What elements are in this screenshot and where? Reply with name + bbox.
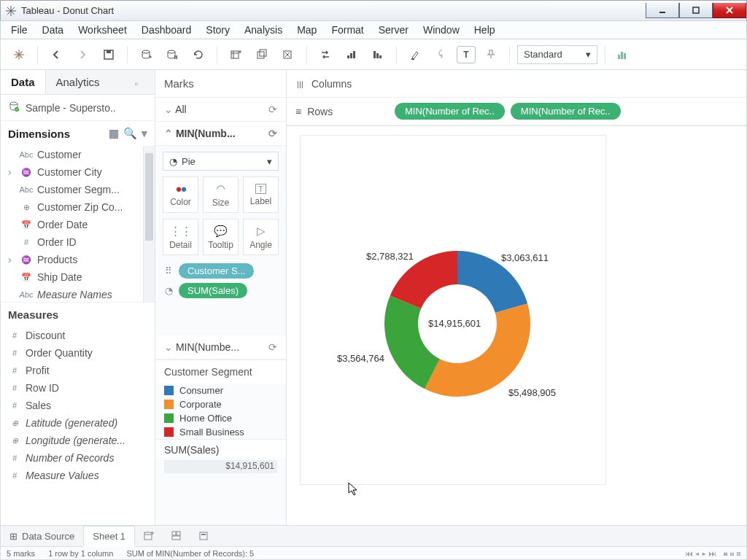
refresh-button[interactable]	[187, 44, 209, 66]
window-close-button[interactable]	[713, 3, 746, 18]
angle-icon: ▷	[257, 225, 266, 238]
search-icon[interactable]: 🔍	[123, 127, 137, 140]
marks-angle-button[interactable]: ▷Angle	[243, 219, 279, 255]
menu-map[interactable]: Map	[291, 22, 322, 38]
clear-button[interactable]	[277, 44, 299, 66]
menu-dashboard[interactable]: Dashboard	[136, 22, 198, 38]
field-row[interactable]: AbcMeasure Names	[1, 286, 143, 302]
shelf-pill[interactable]: MIN(Number of Rec..	[511, 103, 621, 120]
status-nav-icons[interactable]: ⏮ ◀ ▶ ⏭ ▦ ▤ ▥	[685, 549, 740, 558]
field-row[interactable]: #Order ID	[1, 233, 143, 251]
menu-window[interactable]: Window	[417, 22, 465, 38]
marks-color-button[interactable]: ●●Color	[163, 176, 198, 213]
save-button[interactable]	[98, 44, 120, 66]
sort-asc-button[interactable]	[341, 44, 363, 66]
scroll-thumb[interactable]	[145, 153, 153, 241]
field-row[interactable]: ⊕Longitude (generate...	[1, 432, 155, 449]
sort-desc-button[interactable]	[367, 44, 389, 66]
swap-button[interactable]	[314, 44, 336, 66]
columns-shelf[interactable]: ⫼Columns	[287, 70, 746, 98]
tab-datasource[interactable]: ⊞Data Source	[1, 526, 83, 546]
legend-item[interactable]: Corporate	[155, 397, 286, 411]
donut-chart[interactable]: $3,063,611 $5,498,905 $3,564,764 $2,788,…	[300, 135, 606, 485]
marks-card-all[interactable]: ⌄ All⟳	[155, 98, 286, 122]
pill-row[interactable]: ◔SUM(Sales)	[155, 281, 286, 300]
tab-data[interactable]: Data	[1, 70, 45, 94]
menu-help[interactable]: Help	[468, 22, 501, 38]
refresh-icon[interactable]: ⟳	[268, 128, 277, 139]
status-bar: 5 marks 1 row by 1 column SUM of MIN(Num…	[0, 547, 747, 560]
marks-size-button[interactable]: ◠Size	[203, 176, 239, 213]
menu-format[interactable]: Format	[325, 22, 369, 38]
field-row[interactable]: #Profit	[1, 362, 155, 379]
field-row[interactable]: #Row ID	[1, 379, 155, 397]
new-worksheet-button[interactable]	[225, 44, 247, 66]
marks-pane: Marks ⌄ All⟳ ⌃ MIN(Numb...⟳ ◔Pie ▾ ●●Col…	[155, 70, 287, 525]
new-datasource-button[interactable]	[135, 44, 157, 66]
fit-mode-dropdown[interactable]: Standard ▾	[517, 45, 597, 64]
menu-worksheet[interactable]: Worksheet	[72, 22, 133, 38]
tab-sheet1[interactable]: Sheet 1	[83, 526, 135, 547]
window-minimize-button[interactable]	[646, 3, 679, 18]
back-button[interactable]	[45, 44, 67, 66]
marks-card-second[interactable]: ⌄ MIN(Numbe...⟳	[155, 335, 286, 359]
refresh-icon[interactable]: ⟳	[268, 341, 277, 353]
group-button[interactable]	[430, 44, 452, 66]
field-row[interactable]: #Sales	[1, 397, 155, 414]
marks-detail-button[interactable]: ⋮⋮Detail	[163, 219, 198, 255]
cursor-icon	[348, 482, 360, 499]
field-row[interactable]: #Discount	[1, 327, 155, 344]
legend-item[interactable]: Small Business	[155, 425, 286, 439]
labels-button[interactable]: T	[457, 46, 476, 63]
menu-analysis[interactable]: Analysis	[239, 22, 288, 38]
menu-server[interactable]: Server	[373, 22, 414, 38]
tableau-icon[interactable]	[8, 44, 30, 66]
forward-button[interactable]	[71, 44, 93, 66]
field-row[interactable]: #Measure Values	[1, 467, 155, 484]
menu-icon[interactable]: ▾	[142, 127, 147, 140]
expand-icon[interactable]: ›	[8, 166, 15, 178]
legend-item[interactable]: Home Office	[155, 411, 286, 425]
field-row[interactable]: ›♒Products	[1, 251, 143, 268]
expand-icon[interactable]: ›	[8, 254, 15, 265]
pill-row[interactable]: ⠿Customer S...	[155, 261, 286, 281]
new-dashboard-button[interactable]	[163, 526, 190, 545]
number-icon: #	[8, 366, 21, 375]
field-row[interactable]: AbcCustomer	[1, 146, 143, 163]
new-sheet-button[interactable]	[135, 526, 163, 545]
legend-label: Small Business	[179, 427, 244, 438]
segment-pill[interactable]: Customer S...	[179, 263, 254, 279]
view-icon[interactable]: ▦	[109, 127, 119, 140]
datasource-row[interactable]: Sample - Supersto..	[1, 95, 155, 121]
pin-button[interactable]	[480, 44, 502, 66]
tab-analytics[interactable]: Analytics ◦	[45, 70, 155, 94]
duplicate-button[interactable]	[251, 44, 273, 66]
menu-story[interactable]: Story	[200, 22, 236, 38]
field-row[interactable]: ⊕Latitude (generated)	[1, 414, 155, 432]
menu-data[interactable]: Data	[36, 22, 70, 38]
shelf-pill[interactable]: MIN(Number of Rec..	[395, 103, 505, 120]
mark-type-dropdown[interactable]: ◔Pie ▾	[163, 152, 279, 171]
menu-file[interactable]: File	[5, 22, 34, 38]
new-story-button[interactable]	[190, 526, 218, 545]
pause-updates-button[interactable]	[161, 44, 183, 66]
window-maximize-button[interactable]	[679, 3, 713, 18]
field-row[interactable]: ›♒Customer City	[1, 163, 143, 181]
refresh-icon[interactable]: ⟳	[268, 104, 277, 115]
marks-card-first[interactable]: ⌃ MIN(Numb...⟳	[155, 122, 286, 146]
legend-item[interactable]: Consumer	[155, 384, 286, 397]
sales-pill[interactable]: SUM(Sales)	[179, 283, 247, 298]
marks-label-button[interactable]: TLabel	[243, 176, 279, 213]
rows-shelf[interactable]: ≡Rows MIN(Number of Rec.. MIN(Number of …	[287, 98, 746, 125]
scrollbar[interactable]	[143, 146, 155, 302]
show-me-button[interactable]	[613, 44, 635, 66]
field-row[interactable]: AbcCustomer Segm...	[1, 181, 143, 198]
highlight-button[interactable]	[404, 44, 426, 66]
field-row[interactable]: #Order Quantity	[1, 344, 155, 362]
field-row[interactable]: ⊕Customer Zip Co...	[1, 198, 143, 216]
field-row[interactable]: 📅Order Date	[1, 216, 143, 233]
marks-tooltip-button[interactable]: 💬Tooltip	[203, 219, 239, 255]
field-row[interactable]: 📅Ship Date	[1, 268, 143, 286]
field-row[interactable]: #Number of Records	[1, 449, 155, 467]
legend-swatch	[164, 427, 174, 437]
